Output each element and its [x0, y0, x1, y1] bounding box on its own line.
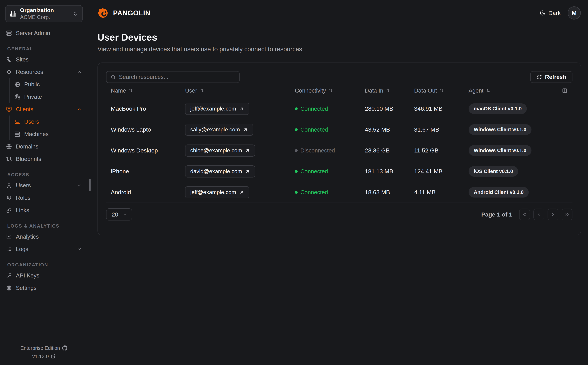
user-link[interactable]: jeff@example.com	[185, 103, 249, 115]
column-header-data-in[interactable]: Data In	[360, 87, 409, 94]
org-switcher[interactable]: Organization ACME Corp.	[5, 5, 83, 22]
agent-badge: Android Client v0.1.0	[469, 187, 529, 197]
sidebar-item-label: Public	[24, 81, 40, 88]
user-icon	[6, 183, 12, 188]
top-bar: PANGOLIN Dark M	[98, 0, 588, 26]
sidebar-item-machines[interactable]: Machines	[14, 128, 82, 140]
device-name: MacBook Pro	[106, 105, 180, 112]
sidebar-item-label: Blueprints	[16, 156, 41, 162]
connectivity-status: Connected	[290, 126, 360, 133]
sort-icon	[439, 88, 444, 93]
clients-subnav: Users Machines	[9, 115, 82, 140]
sidebar-item-public[interactable]: Public	[14, 78, 82, 91]
chart-line-icon	[6, 234, 12, 239]
user-link[interactable]: sally@example.com	[185, 124, 253, 136]
data-in: 181.13 MB	[360, 168, 409, 175]
sort-icon	[129, 88, 133, 93]
column-header-data-out[interactable]: Data Out	[409, 87, 464, 94]
first-page-button[interactable]	[519, 209, 530, 220]
page-indicator: Page 1 of 1	[481, 211, 512, 218]
section-general: GENERAL	[7, 46, 82, 52]
column-header-connectivity[interactable]: Connectivity	[290, 87, 360, 94]
page-size-value: 20	[112, 211, 118, 218]
sidebar-item-analytics[interactable]: Analytics	[6, 231, 82, 243]
data-out: 4.11 MB	[409, 189, 464, 196]
sidebar-item-domains[interactable]: Domains	[6, 140, 82, 153]
column-header-user[interactable]: User	[180, 87, 290, 94]
section-access: ACCESS	[7, 172, 82, 177]
arrow-up-right-icon	[245, 169, 250, 174]
moon-icon	[540, 10, 545, 16]
sidebar-item-resources[interactable]: Resources	[6, 66, 82, 78]
sidebar-item-label: Roles	[16, 195, 30, 201]
column-visibility-icon[interactable]	[562, 88, 567, 93]
user-avatar[interactable]: M	[568, 6, 581, 20]
sidebar-item-api-keys[interactable]: API Keys	[6, 269, 82, 282]
theme-label: Dark	[548, 10, 561, 16]
arrow-up-right-icon	[243, 127, 248, 132]
user-link[interactable]: chloe@example.com	[185, 145, 255, 157]
sidebar-item-logs[interactable]: Logs	[6, 243, 82, 255]
table-row: MacBook Pro jeff@example.com Connected 2…	[106, 98, 573, 119]
monitor-up-icon	[6, 106, 12, 112]
refresh-button[interactable]: Refresh	[531, 71, 573, 83]
search-box	[106, 71, 240, 83]
sidebar-item-sites[interactable]: Sites	[6, 53, 82, 66]
data-in: 43.52 MB	[360, 126, 409, 133]
version-label: v1.13.0	[32, 354, 49, 359]
chevron-down-icon	[77, 247, 82, 252]
sidebar-item-clients[interactable]: Clients	[6, 103, 82, 115]
laptop-icon	[14, 119, 20, 125]
user-link[interactable]: jeff@example.com	[185, 186, 249, 198]
sidebar-item-roles[interactable]: Roles	[6, 192, 82, 204]
sidebar-item-client-users[interactable]: Users	[14, 115, 82, 128]
page-size-select[interactable]: 20	[106, 208, 132, 220]
data-in: 18.63 MB	[360, 189, 409, 196]
search-input[interactable]	[119, 74, 235, 80]
sidebar-item-label: API Keys	[16, 272, 39, 279]
edition-label: Enterprise Edition	[20, 345, 60, 351]
table-row: Windows Lapto sally@example.com Connecte…	[106, 119, 573, 140]
globe-icon	[14, 82, 20, 87]
sidebar-item-blueprints[interactable]: Blueprints	[6, 153, 82, 165]
sidebar-resize-rail[interactable]	[89, 0, 97, 365]
chevron-up-icon	[77, 107, 82, 112]
sort-icon	[328, 88, 333, 93]
data-in: 23.36 GB	[360, 147, 409, 154]
agent-badge: iOS Client v0.1.0	[469, 166, 518, 177]
last-page-button[interactable]	[562, 209, 573, 220]
sort-icon	[200, 88, 204, 93]
building-icon	[10, 11, 16, 17]
table-row: iPhone david@example.com Connected 181.1…	[106, 161, 573, 182]
pangolin-logo-icon	[98, 7, 109, 19]
sidebar-footer: Enterprise Edition v1.13.0	[0, 344, 88, 360]
sidebar-item-label: Settings	[16, 285, 36, 291]
edition-link[interactable]: Enterprise Edition	[0, 344, 88, 352]
sidebar-item-links[interactable]: Links	[6, 204, 82, 217]
sidebar-item-users[interactable]: Users	[6, 179, 82, 192]
avatar-initial: M	[572, 10, 577, 16]
sidebar-item-label: Logs	[16, 246, 28, 253]
sidebar-item-server-admin[interactable]: Server Admin	[6, 27, 82, 39]
status-dot	[295, 107, 298, 110]
device-name: Windows Desktop	[106, 147, 180, 154]
sidebar-item-settings[interactable]: Settings	[6, 282, 82, 294]
column-header-name[interactable]: Name	[106, 87, 180, 94]
theme-toggle[interactable]: Dark	[540, 10, 561, 16]
brand[interactable]: PANGOLIN	[98, 7, 150, 19]
main-content: PANGOLIN Dark M User Devices View and ma…	[98, 0, 588, 365]
previous-page-button[interactable]	[533, 209, 544, 220]
arrow-up-right-icon	[239, 106, 244, 111]
sidebar-item-label: Analytics	[16, 233, 39, 240]
chevrons-left-icon	[522, 212, 527, 217]
next-page-button[interactable]	[548, 209, 558, 220]
connectivity-status: Connected	[290, 189, 360, 196]
version-link[interactable]: v1.13.0	[0, 352, 88, 360]
sidebar-scrollbar-thumb[interactable]	[89, 179, 91, 191]
column-header-agent[interactable]: Agent	[464, 87, 573, 94]
chevron-right-icon	[550, 212, 555, 217]
sort-icon	[486, 88, 490, 93]
sidebar-item-private[interactable]: Private	[14, 91, 82, 103]
arrow-up-right-icon	[245, 148, 250, 153]
user-link[interactable]: david@example.com	[185, 165, 255, 177]
